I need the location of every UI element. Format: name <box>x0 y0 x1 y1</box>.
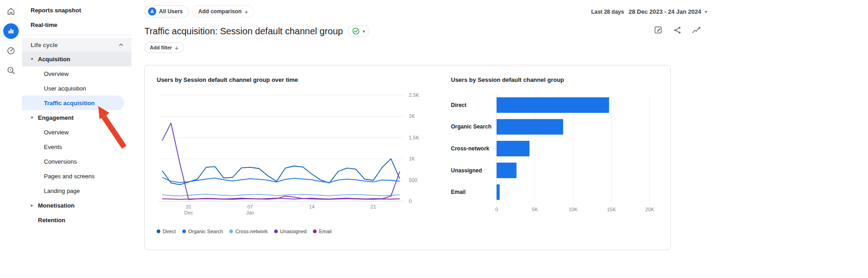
x-axis-label: Dec <box>184 210 193 215</box>
sidebar-item-overview[interactable]: Overview <box>22 66 132 81</box>
reports-icon <box>7 27 15 35</box>
bar-cross-network[interactable] <box>497 141 529 156</box>
add-comparison-chip[interactable]: Add comparison + <box>192 5 254 17</box>
sidebar-item-label: Overview <box>44 70 69 77</box>
report-status-badge[interactable]: ▾ <box>348 25 370 37</box>
line-chart-title: Users by Session default channel group o… <box>157 76 431 83</box>
legend-item-unassigned[interactable]: Unassigned <box>274 229 307 234</box>
sidebar-item-label: User acquisition <box>44 85 86 92</box>
edit-report-button[interactable] <box>654 26 663 35</box>
sidebar-item-label: Events <box>44 144 62 150</box>
sidebar-item-landing-page[interactable]: Landing page <box>22 183 132 198</box>
sidebar-item-label: Conversions <box>44 158 77 165</box>
all-users-chip[interactable]: A All Users <box>144 5 189 17</box>
line-chart-canvas: 05001K1.5K2K2.5K31Dec07Jan1421 <box>157 89 431 222</box>
sidebar-item-label: Monetisation <box>38 202 74 209</box>
sidebar-item-events[interactable]: Events <box>22 139 132 154</box>
add-comparison-label: Add comparison <box>198 8 242 15</box>
x-axis-label: 20K <box>645 207 654 212</box>
bar-direct[interactable] <box>497 97 609 113</box>
y-axis-label: 1.5K <box>409 135 419 140</box>
bar-unassigned[interactable] <box>497 163 517 178</box>
line-chart: 05001K1.5K2K2.5K31Dec07Jan1421 <box>157 89 431 224</box>
charts-card: Users by Session default channel group o… <box>144 65 671 250</box>
x-axis-label: 0 <box>495 207 498 212</box>
edit-report-icon <box>654 26 663 35</box>
y-axis-label: 2K <box>409 113 415 119</box>
caret-down-icon: ▾ <box>363 29 365 34</box>
y-axis-label: 2.5K <box>409 92 419 98</box>
x-axis-label: 14 <box>309 204 314 209</box>
series-line-cross-network[interactable] <box>162 194 400 196</box>
sidebar-item-reports-snapshot[interactable]: Reports snapshot <box>22 3 132 17</box>
bar-category-label: Email <box>451 189 466 195</box>
expanded-arrow-icon: ▾ <box>29 57 35 61</box>
all-users-label: All Users <box>159 8 183 15</box>
bar-chart: 05K10K15K20KDirectOrganic SearchCross-ne… <box>451 89 659 224</box>
share-button[interactable] <box>673 26 682 35</box>
report-main: A All Users Add comparison + Last 28 day… <box>132 0 713 278</box>
insights-button[interactable] <box>692 26 701 35</box>
sidebar-item-label: Reports snapshot <box>31 7 81 14</box>
sidebar-item-engagement[interactable]: ▾Engagement <box>22 110 132 125</box>
collapsed-arrow-icon: ▸ <box>29 203 35 208</box>
report-actions <box>654 26 701 35</box>
date-range-picker[interactable]: Last 28 days 28 Dec 2023 - 24 Jan 2024 ▾ <box>591 8 707 15</box>
sidebar-item-real-time[interactable]: Real-time <box>22 17 132 32</box>
sidebar-item-label: Acquisition <box>38 56 70 63</box>
plus-icon: + <box>175 44 179 51</box>
sidebar-item-retention[interactable]: Retention <box>22 213 132 227</box>
legend-dot <box>274 230 278 233</box>
legend-dot <box>313 230 317 233</box>
line-chart-legend: DirectOrganic SearchCross-networkUnassig… <box>157 229 431 234</box>
add-filter-chip[interactable]: Add filter + <box>144 42 184 53</box>
caret-down-icon: ▾ <box>705 9 707 14</box>
explore-icon <box>7 66 15 75</box>
date-range-preset: Last 28 days <box>591 9 624 15</box>
legend-dot <box>182 230 186 233</box>
all-users-avatar: A <box>148 7 156 16</box>
bar-email[interactable] <box>497 184 500 200</box>
legend-item-organic-search[interactable]: Organic Search <box>182 229 223 234</box>
legend-item-cross-network[interactable]: Cross-network <box>229 229 268 234</box>
explore-nav-button[interactable] <box>3 63 19 78</box>
advertising-icon <box>7 47 15 55</box>
legend-item-email[interactable]: Email <box>313 229 332 234</box>
bar-category-label: Organic Search <box>451 123 492 130</box>
sidebar-item-label: Traffic acquisition <box>44 100 95 107</box>
x-axis-label: 10K <box>569 207 578 212</box>
sidebar-item-traffic-acquisition[interactable]: Traffic acquisition <box>22 96 124 110</box>
series-line-unassigned[interactable] <box>162 123 400 199</box>
reports-nav-button[interactable] <box>3 23 19 39</box>
sidebar-item-acquisition[interactable]: ▾Acquisition <box>22 52 132 66</box>
sidebar-divider <box>22 35 132 35</box>
report-sidebar: Reports snapshotReal-timeLife cycle▾Acqu… <box>22 0 132 278</box>
bar-organic-search[interactable] <box>497 119 563 134</box>
legend-label: Email <box>319 229 332 234</box>
x-axis-label: 07 <box>247 204 253 209</box>
advertising-nav-button[interactable] <box>3 43 19 59</box>
legend-item-direct[interactable]: Direct <box>157 229 176 234</box>
report-title-row: Traffic acquisition: Session default cha… <box>144 25 713 37</box>
sidebar-item-monetisation[interactable]: ▸Monetisation <box>22 198 132 213</box>
x-axis-label: Jan <box>246 210 254 215</box>
sidebar-item-life-cycle[interactable]: Life cycle <box>22 38 132 52</box>
sidebar-item-label: Overview <box>44 129 69 136</box>
sidebar-item-user-acquisition[interactable]: User acquisition <box>22 81 132 96</box>
sidebar-item-label: Engagement <box>38 114 74 121</box>
sidebar-item-label: Landing page <box>44 187 80 194</box>
legend-label: Cross-network <box>235 229 268 234</box>
sidebar-item-conversions[interactable]: Conversions <box>22 154 132 169</box>
x-axis-label: 15K <box>607 207 616 212</box>
sidebar-item-label: Pages and screens <box>44 173 95 180</box>
collapse-chevron-icon <box>119 43 123 46</box>
date-range-value: 28 Dec 2023 - 24 Jan 2024 <box>629 8 701 15</box>
sidebar-item-overview[interactable]: Overview <box>22 125 132 139</box>
series-line-email[interactable] <box>162 196 400 199</box>
sidebar-item-pages-and-screens[interactable]: Pages and screens <box>22 169 132 183</box>
bar-category-label: Unassigned <box>451 167 482 174</box>
home-nav-button[interactable] <box>3 4 19 19</box>
bar-chart-panel: Users by Session default channel group 0… <box>451 76 659 234</box>
bar-category-label: Direct <box>451 102 466 108</box>
share-icon <box>673 26 682 34</box>
